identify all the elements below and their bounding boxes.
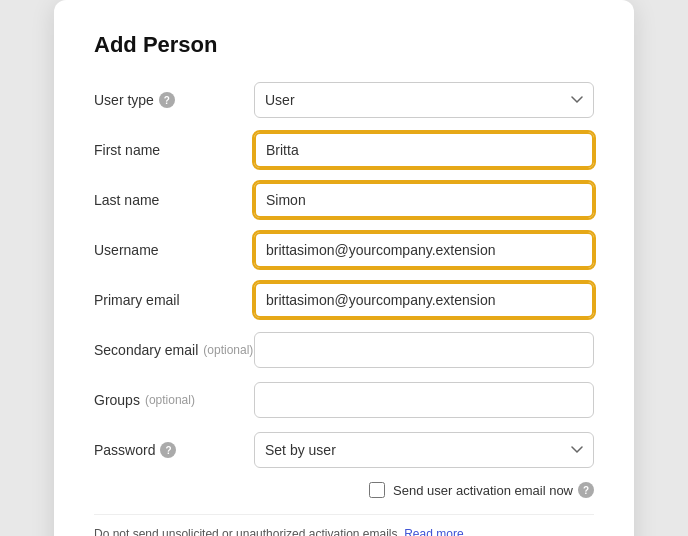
user-type-label: User type ?	[94, 92, 254, 108]
last-name-label: Last name	[94, 192, 254, 208]
username-row: Username	[94, 232, 594, 268]
password-row: Password ? Set by user Auto-generated No…	[94, 432, 594, 468]
password-help-icon[interactable]: ?	[160, 442, 176, 458]
secondary-email-label: Secondary email (optional)	[94, 342, 254, 358]
first-name-control	[254, 132, 594, 168]
user-type-control: User Admin Owner	[254, 82, 594, 118]
primary-email-label: Primary email	[94, 292, 254, 308]
first-name-row: First name	[94, 132, 594, 168]
read-more-link[interactable]: Read more	[404, 527, 463, 536]
last-name-control	[254, 182, 594, 218]
user-type-row: User type ? User Admin Owner	[94, 82, 594, 118]
secondary-email-control	[254, 332, 594, 368]
username-input[interactable]	[254, 232, 594, 268]
first-name-label: First name	[94, 142, 254, 158]
activation-email-row: Send user activation email now ?	[94, 482, 594, 498]
last-name-input[interactable]	[254, 182, 594, 218]
user-type-help-icon[interactable]: ?	[159, 92, 175, 108]
groups-label: Groups (optional)	[94, 392, 254, 408]
secondary-email-input[interactable]	[254, 332, 594, 368]
password-label: Password ?	[94, 442, 254, 458]
groups-input[interactable]	[254, 382, 594, 418]
username-label: Username	[94, 242, 254, 258]
secondary-email-row: Secondary email (optional)	[94, 332, 594, 368]
add-person-dialog: Add Person User type ? User Admin Owner …	[54, 0, 634, 536]
primary-email-control	[254, 282, 594, 318]
primary-email-input[interactable]	[254, 282, 594, 318]
dialog-title: Add Person	[94, 32, 594, 58]
username-control	[254, 232, 594, 268]
user-type-select[interactable]: User Admin Owner	[254, 82, 594, 118]
notice-row: Do not send unsolicited or unauthorized …	[94, 514, 594, 536]
first-name-input[interactable]	[254, 132, 594, 168]
last-name-row: Last name	[94, 182, 594, 218]
activation-email-label[interactable]: Send user activation email now ?	[393, 482, 594, 498]
password-select[interactable]: Set by user Auto-generated None	[254, 432, 594, 468]
activation-help-icon[interactable]: ?	[578, 482, 594, 498]
password-control: Set by user Auto-generated None	[254, 432, 594, 468]
groups-control	[254, 382, 594, 418]
primary-email-row: Primary email	[94, 282, 594, 318]
groups-row: Groups (optional)	[94, 382, 594, 418]
activation-email-checkbox[interactable]	[369, 482, 385, 498]
